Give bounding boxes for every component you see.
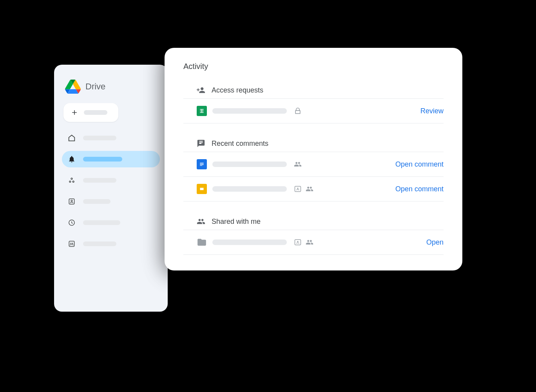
sidebar-item-activity[interactable] <box>62 151 160 167</box>
nav-label-placeholder <box>83 157 122 162</box>
slides-icon <box>197 184 207 194</box>
open-comment-link[interactable]: Open comment <box>395 185 444 193</box>
plus-icon <box>71 109 78 116</box>
file-title-placeholder <box>212 162 287 167</box>
new-button[interactable] <box>63 103 118 122</box>
nav-label-placeholder <box>83 241 116 246</box>
svg-point-11 <box>297 188 298 189</box>
contact-box-icon <box>294 238 302 246</box>
people-icon <box>197 217 205 226</box>
svg-rect-9 <box>200 188 204 190</box>
home-icon <box>67 134 76 142</box>
svg-point-13 <box>297 241 298 242</box>
people-box-icon <box>67 240 76 248</box>
drive-sidebar: Drive <box>54 65 168 312</box>
file-title-placeholder <box>212 108 287 114</box>
svg-point-7 <box>70 243 71 244</box>
workspaces-icon <box>67 176 76 185</box>
svg-point-1 <box>69 181 71 183</box>
section-header-comments: Recent comments <box>183 135 444 152</box>
file-title-placeholder <box>212 186 287 192</box>
people-icon <box>306 185 313 193</box>
activity-panel: Activity Access requests Review Recent c… <box>165 48 462 270</box>
review-link[interactable]: Review <box>420 107 444 115</box>
section-title-comments: Recent comments <box>212 140 268 148</box>
sidebar-item-shared-drives[interactable] <box>62 193 160 210</box>
access-request-row[interactable]: Review <box>183 99 444 123</box>
bell-icon <box>67 155 76 163</box>
file-title-placeholder <box>212 240 287 245</box>
panel-title: Activity <box>183 62 444 71</box>
drive-title: Drive <box>85 82 105 92</box>
comment-row[interactable]: Open comment <box>183 177 444 201</box>
sidebar-item-recent[interactable] <box>62 214 160 231</box>
svg-point-2 <box>72 181 74 183</box>
sidebar-item-home[interactable] <box>62 130 160 146</box>
shared-row[interactable]: Open <box>183 230 444 255</box>
folder-icon <box>197 237 207 247</box>
contact-box-icon <box>294 185 302 193</box>
nav-label-placeholder <box>83 136 116 140</box>
svg-point-4 <box>71 200 72 202</box>
lock-icon <box>294 107 302 115</box>
person-add-icon <box>197 86 205 94</box>
svg-point-8 <box>72 243 73 244</box>
docs-icon <box>197 159 207 169</box>
new-button-label-placeholder <box>84 110 107 115</box>
sidebar-item-shared[interactable] <box>62 236 160 252</box>
section-header-shared: Shared with me <box>183 213 444 230</box>
clock-icon <box>67 218 76 227</box>
section-title-access: Access requests <box>212 86 263 94</box>
comment-icon <box>197 139 205 148</box>
people-icon <box>294 160 302 168</box>
sidebar-header: Drive <box>62 76 160 103</box>
sheets-icon <box>197 106 207 116</box>
open-comment-link[interactable]: Open comment <box>395 160 444 169</box>
section-title-shared: Shared with me <box>212 218 261 226</box>
contact-icon <box>67 197 76 206</box>
svg-point-0 <box>71 178 72 180</box>
drive-logo-icon <box>65 80 81 94</box>
comment-row[interactable]: Open comment <box>183 152 444 177</box>
nav-label-placeholder <box>83 178 116 183</box>
nav-label-placeholder <box>83 220 120 225</box>
nav-label-placeholder <box>83 199 110 204</box>
people-icon <box>306 238 313 246</box>
section-header-access: Access requests <box>183 82 444 99</box>
open-link[interactable]: Open <box>426 238 444 247</box>
svg-rect-6 <box>69 241 74 246</box>
sidebar-item-workspaces[interactable] <box>62 172 160 189</box>
